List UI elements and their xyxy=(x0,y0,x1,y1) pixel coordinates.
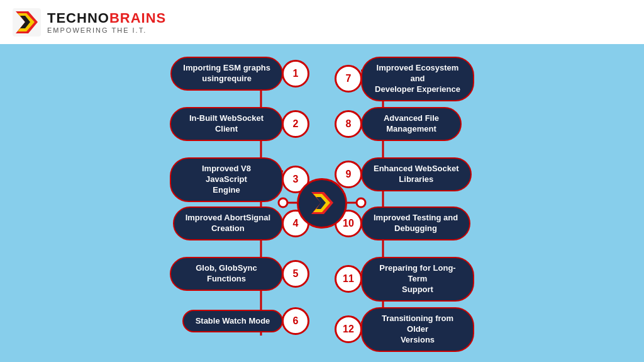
item-number-1: 1 xyxy=(282,60,309,88)
item-label-1: Importing ESM graphsusingrequire xyxy=(170,57,283,91)
list-item: 10 Improved Testing andDebugging xyxy=(335,206,470,240)
list-item: 8 Advanced FileManagement xyxy=(335,107,462,141)
item-label-8: Advanced FileManagement xyxy=(361,107,462,141)
item-label-9: Enhanced WebSocketLibraries xyxy=(361,157,472,191)
list-item: 9 Enhanced WebSocketLibraries xyxy=(335,157,472,191)
center-logo-icon xyxy=(308,189,336,217)
center-logo xyxy=(297,178,347,229)
item-number-2: 2 xyxy=(282,110,309,138)
brand-name: TECHNOBRAINS xyxy=(47,10,166,26)
list-item: Improved AbortSignalCreation 4 xyxy=(173,206,309,240)
list-item: Glob, GlobSync Functions 5 xyxy=(170,257,309,291)
item-label-5: Glob, GlobSync Functions xyxy=(170,257,283,291)
technobrains-logo-icon xyxy=(13,8,41,37)
item-label-11: Preparing for Long-TermSupport xyxy=(361,257,474,302)
main-content: Importing ESM graphsusingrequire 1 In-Bu… xyxy=(0,44,644,362)
brand-brains: BRAINS xyxy=(109,10,166,26)
logo-container: TECHNOBRAINS Empowering The I.T. xyxy=(13,8,166,37)
item-label-6: Stable Watch Mode xyxy=(182,310,283,333)
brand-tagline: Empowering The I.T. xyxy=(47,26,166,34)
item-label-10: Improved Testing andDebugging xyxy=(361,206,470,240)
list-item: Improved V8 JavaScriptEngine 3 xyxy=(170,157,309,202)
list-item: 11 Preparing for Long-TermSupport xyxy=(335,257,474,302)
list-item: 7 Improved Ecosystem andDeveloper Experi… xyxy=(335,57,474,101)
item-label-4: Improved AbortSignalCreation xyxy=(173,206,283,240)
list-item: Stable Watch Mode 6 xyxy=(182,307,309,335)
item-number-5: 5 xyxy=(282,260,309,288)
item-number-6: 6 xyxy=(282,307,309,335)
brand-techno: TECHNO xyxy=(47,10,109,26)
item-number-8: 8 xyxy=(335,110,362,138)
item-number-12: 12 xyxy=(335,315,362,343)
list-item: Importing ESM graphsusingrequire 1 xyxy=(170,57,309,91)
item-label-7: Improved Ecosystem andDeveloper Experien… xyxy=(361,57,474,101)
item-number-11: 11 xyxy=(335,265,362,293)
brand-text: TECHNOBRAINS Empowering The I.T. xyxy=(47,10,166,34)
item-number-7: 7 xyxy=(335,65,362,93)
list-item: In-Built WebSocket Client 2 xyxy=(170,107,309,141)
item-label-2: In-Built WebSocket Client xyxy=(170,107,283,141)
item-label-3: Improved V8 JavaScriptEngine xyxy=(170,157,283,202)
list-item: 12 Transitioning from OlderVersions xyxy=(335,307,474,352)
item-label-12: Transitioning from OlderVersions xyxy=(361,307,474,352)
header: TECHNOBRAINS Empowering The I.T. xyxy=(0,0,644,44)
